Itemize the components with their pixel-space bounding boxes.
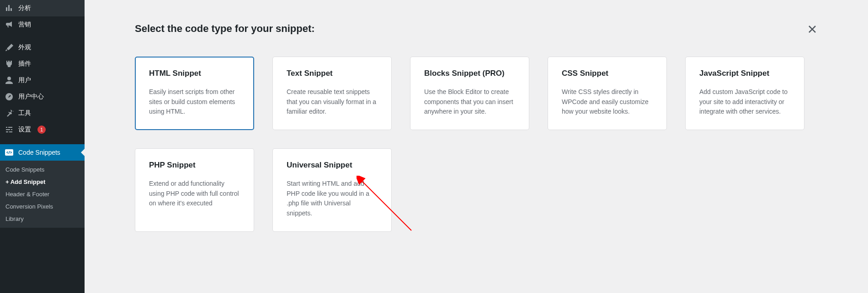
admin-sidebar: 分析 营销 外观 插件 用户 用户中心 工具 [0,0,85,293]
close-button[interactable] [807,24,818,37]
sidebar-submenu: Code Snippets + Add Snippet Header & Foo… [0,161,85,228]
sidebar-item-label: 插件 [18,60,31,68]
code-icon [5,148,14,157]
close-icon [807,24,818,35]
card-php-snippet[interactable]: PHP Snippet Extend or add functionality … [135,148,254,232]
submenu-item-add-snippet[interactable]: + Add Snippet [0,176,85,188]
sidebar-item-analytics[interactable]: 分析 [0,0,85,16]
main-content: Select the code type for your snippet: H… [85,0,868,293]
card-title: Universal Snippet [287,161,378,170]
submenu-item-library[interactable]: Library [0,213,85,225]
sidebar-item-code-snippets[interactable]: Code Snippets [0,144,85,161]
sidebar-item-label: 分析 [18,4,31,12]
brush-icon [5,43,14,52]
sidebar-item-label: 用户中心 [18,93,44,101]
sidebar-item-settings[interactable]: 设置 1 [0,121,85,138]
chart-icon [5,4,14,13]
card-desc: Write CSS styles directly in WPCode and … [562,87,653,117]
page-title: Select the code type for your snippet: [135,23,818,35]
sidebar-item-label: 工具 [18,109,31,117]
sliders-icon [5,125,14,134]
plugin-icon [5,59,14,68]
card-javascript-snippet[interactable]: JavaScript Snippet Add custom JavaScript… [685,57,804,130]
snippet-type-grid: HTML Snippet Easily insert scripts from … [135,57,818,232]
card-text-snippet[interactable]: Text Snippet Create reusable text snippe… [272,57,392,130]
sidebar-item-appearance[interactable]: 外观 [0,39,85,56]
card-css-snippet[interactable]: CSS Snippet Write CSS styles directly in… [548,57,667,130]
sidebar-item-tools[interactable]: 工具 [0,105,85,121]
sidebar-item-user-center[interactable]: 用户中心 [0,89,85,105]
card-html-snippet[interactable]: HTML Snippet Easily insert scripts from … [135,57,254,130]
sidebar-item-marketing[interactable]: 营销 [0,16,85,33]
card-title: Blocks Snippet (PRO) [424,69,515,78]
card-title: CSS Snippet [562,69,653,78]
user-icon [5,76,14,85]
card-desc: Use the Block Editor to create component… [424,87,515,117]
card-title: PHP Snippet [149,161,240,170]
sidebar-item-label: 用户 [18,76,31,84]
card-desc: Start writing HTML and add PHP code like… [287,179,378,219]
card-title: JavaScript Snippet [699,69,790,78]
megaphone-icon [5,20,14,29]
sidebar-item-plugins[interactable]: 插件 [0,56,85,72]
submenu-item-conversion-pixels[interactable]: Conversion Pixels [0,200,85,213]
card-desc: Easily insert scripts from other sites o… [149,87,240,117]
card-title: HTML Snippet [149,69,240,78]
card-blocks-snippet[interactable]: Blocks Snippet (PRO) Use the Block Edito… [410,57,529,130]
settings-badge: 1 [37,126,46,134]
card-desc: Extend or add functionality using PHP co… [149,179,240,209]
card-universal-snippet[interactable]: Universal Snippet Start writing HTML and… [272,148,392,232]
sidebar-item-label: 营销 [18,21,31,29]
sidebar-item-users[interactable]: 用户 [0,72,85,89]
submenu-item-header-footer[interactable]: Header & Footer [0,188,85,200]
card-desc: Add custom JavaScript code to your site … [699,87,790,117]
card-desc: Create reusable text snippets that you c… [287,87,378,117]
gauge-icon [5,92,14,101]
sidebar-item-label: Code Snippets [18,149,60,156]
card-title: Text Snippet [287,69,378,78]
sidebar-item-label: 设置 [18,126,31,134]
submenu-item-code-snippets[interactable]: Code Snippets [0,163,85,176]
wrench-icon [5,109,14,118]
sidebar-item-label: 外观 [18,43,31,52]
